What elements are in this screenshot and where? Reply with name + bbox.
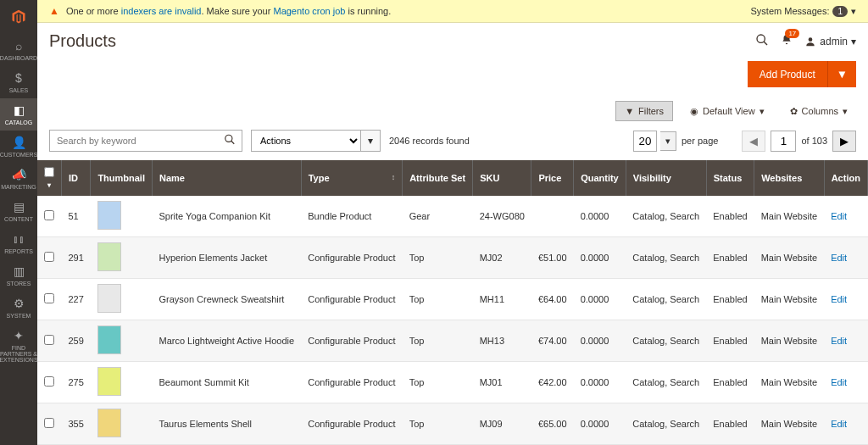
prev-page-button[interactable]: ◀ (742, 131, 765, 152)
row-checkbox[interactable] (44, 418, 54, 428)
select-all-checkbox[interactable] (44, 167, 54, 177)
column-header[interactable]: SKU (473, 160, 531, 196)
nav-icon: 📣 (12, 168, 26, 181)
column-header[interactable]: Name (152, 160, 301, 196)
nav-label: FIND PARTNERS & EXTENSIONS (0, 345, 38, 363)
cell-status: Enabled (706, 237, 754, 279)
row-checkbox[interactable] (44, 376, 54, 387)
actions-select[interactable]: Actions (252, 131, 360, 151)
row-checkbox[interactable] (44, 293, 54, 303)
edit-link[interactable]: Edit (831, 419, 847, 429)
edit-link[interactable]: Edit (831, 336, 847, 346)
global-search-icon[interactable] (755, 33, 769, 50)
nav-icon: ▤ (14, 200, 25, 214)
per-page-label: per page (682, 136, 718, 146)
current-page-input[interactable] (771, 131, 796, 152)
actions-caret[interactable]: ▾ (360, 131, 380, 151)
cell-price: €64.00 (531, 279, 574, 320)
columns-button[interactable]: ✿ Columns ▾ (782, 102, 856, 121)
nav-label: SYSTEM (7, 313, 31, 319)
column-header[interactable]: Price (531, 160, 574, 196)
column-header[interactable]: Attribute Set (403, 160, 473, 196)
sidebar-item-content[interactable]: ▤CONTENT (0, 195, 37, 227)
column-header[interactable]: Status (706, 160, 754, 196)
row-checkbox[interactable] (44, 335, 54, 345)
edit-link[interactable]: Edit (831, 377, 847, 387)
admin-user-menu[interactable]: admin ▾ (804, 36, 856, 47)
cell-status: Enabled (706, 362, 754, 403)
magento-logo[interactable] (0, 0, 37, 34)
nav-label: REPORTS (4, 248, 33, 254)
nav-label: SALES (9, 87, 29, 93)
column-header[interactable]: ID (62, 160, 91, 196)
sidebar-item-marketing[interactable]: 📣MARKETING (0, 163, 37, 195)
edit-link[interactable]: Edit (831, 211, 847, 221)
nav-icon: ▥ (14, 264, 25, 278)
table-row[interactable]: 291Hyperion Elements JacketConfigurable … (37, 237, 868, 279)
row-checkbox[interactable] (44, 210, 54, 220)
edit-link[interactable]: Edit (831, 294, 847, 304)
cron-link[interactable]: Magento cron job (273, 6, 345, 16)
sidebar-item-catalog[interactable]: ◧CATALOG (0, 98, 37, 131)
cell-visibility: Catalog, Search (626, 279, 706, 320)
notifications-icon[interactable]: 17 (781, 34, 793, 48)
warning-icon: ▲ (49, 5, 59, 17)
cell-thumbnail (91, 237, 153, 279)
gear-icon: ✿ (790, 106, 798, 117)
add-product-button[interactable]: Add Product (748, 61, 827, 87)
cell-name: Taurus Elements Shell (152, 403, 301, 445)
sidebar-item-dashboard[interactable]: ⌕DASHBOARD (0, 34, 37, 66)
column-header[interactable]: Action (824, 160, 867, 196)
sidebar-item-sales[interactable]: $SALES (0, 66, 37, 98)
cell-name: Marco Lightweight Active Hoodie (152, 320, 301, 362)
table-row[interactable]: 51Sprite Yoga Companion KitBundle Produc… (37, 196, 868, 237)
sidebar-item-stores[interactable]: ▥STORES (0, 259, 37, 292)
column-header[interactable]: Visibility (626, 160, 706, 196)
cell-price: €65.00 (531, 403, 574, 445)
table-row[interactable]: 259Marco Lightweight Active HoodieConfig… (37, 320, 868, 362)
nav-icon: ⚙ (14, 297, 25, 310)
column-header[interactable]: Thumbnail (91, 160, 153, 196)
cell-thumbnail (91, 196, 153, 237)
table-row[interactable]: 355Taurus Elements ShellConfigurable Pro… (37, 403, 868, 445)
chevron-down-icon[interactable]: ▾ (851, 6, 856, 17)
column-header[interactable]: ▾ (37, 160, 62, 196)
svg-line-4 (231, 141, 235, 144)
cell-qty: 0.0000 (574, 237, 626, 279)
column-header[interactable]: Websites (754, 160, 825, 196)
column-header[interactable]: Type↕ (301, 160, 402, 196)
cell-sku: 24-WG080 (473, 196, 531, 237)
cell-type: Configurable Product (301, 237, 402, 279)
table-row[interactable]: 227Grayson Crewneck SweatshirtConfigurab… (37, 279, 868, 320)
cell-thumbnail (91, 362, 153, 403)
cell-visibility: Catalog, Search (626, 237, 706, 279)
column-header[interactable]: Quantity (574, 160, 626, 196)
per-page-input[interactable] (633, 131, 657, 152)
sidebar-item-reports[interactable]: ⫾⫾REPORTS (0, 227, 37, 259)
search-icon[interactable] (224, 134, 236, 148)
add-product-dropdown[interactable]: ▼ (827, 61, 856, 87)
sidebar-item-find-partners-extensions[interactable]: ✦FIND PARTNERS & EXTENSIONS (0, 324, 37, 368)
nav-label: STORES (7, 281, 31, 286)
row-checkbox[interactable] (44, 252, 54, 262)
next-page-button[interactable]: ▶ (832, 131, 856, 152)
default-view-button[interactable]: ◉ Default View ▾ (682, 102, 773, 121)
eye-icon: ◉ (690, 106, 698, 117)
cell-thumbnail (91, 403, 153, 445)
indexers-link[interactable]: indexers are invalid (121, 6, 202, 16)
nav-icon: ⫾⫾ (13, 232, 25, 246)
sidebar-item-system[interactable]: ⚙SYSTEM (0, 292, 37, 324)
cell-price: €42.00 (531, 362, 574, 403)
search-input[interactable] (49, 130, 242, 152)
records-found: 2046 records found (389, 136, 470, 146)
per-page-caret[interactable]: ▾ (660, 131, 676, 151)
edit-link[interactable]: Edit (831, 253, 847, 263)
filters-button[interactable]: ▼ Filters (615, 101, 673, 121)
nav-icon: $ (15, 71, 22, 85)
cell-name: Hyperion Elements Jacket (152, 237, 301, 279)
sidebar-item-customers[interactable]: 👤CUSTOMERS (0, 131, 37, 163)
nav-label: DASHBOARD (0, 55, 37, 61)
chevron-down-icon: ▾ (851, 36, 856, 47)
cell-visibility: Catalog, Search (626, 320, 706, 362)
table-row[interactable]: 275Beaumont Summit KitConfigurable Produ… (37, 362, 868, 403)
